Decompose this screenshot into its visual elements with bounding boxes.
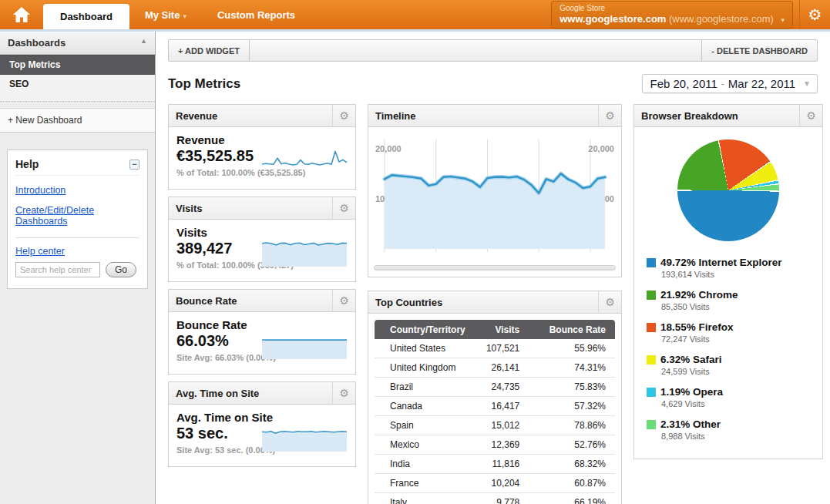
nav-my-site[interactable]: My Site▾ (129, 9, 202, 21)
chevron-down-icon: ▼ (803, 79, 811, 88)
collapse-arrow-icon[interactable]: ▲ (140, 37, 147, 49)
help-center-link[interactable]: Help center (15, 246, 139, 257)
widget-avg-time: Avg. Time on Site ⚙ Avg. Time on Site 53… (168, 381, 356, 467)
tab-dashboard[interactable]: Dashboard (43, 4, 129, 29)
widget-bounce-rate-header[interactable]: Bounce Rate ⚙ (169, 290, 355, 312)
widget-gear-button[interactable]: ⚙ (332, 197, 355, 220)
country-cell: Spain (375, 416, 479, 435)
visits-cell: 10,204 (479, 474, 539, 493)
legend-item: 1.19% Opera 4,629 Visits (640, 386, 816, 408)
bounce-cell: 75.83% (539, 378, 615, 397)
gear-icon: ⚙ (605, 296, 615, 308)
widget-gear-button[interactable]: ⚙ (332, 290, 355, 312)
sidebar-item-seo[interactable]: SEO (0, 75, 155, 93)
table-row[interactable]: Mexico 12,369 52.76% (375, 435, 615, 455)
country-cell: France (375, 474, 479, 493)
bounce-cell: 66.19% (539, 493, 615, 504)
sidebar-item-top-metrics[interactable]: Top Metrics (0, 55, 155, 75)
table-row[interactable]: United Kingdom 26,141 74.31% (375, 358, 615, 378)
gear-icon: ⚙ (339, 387, 349, 399)
bounce-cell: 57.32% (539, 397, 615, 416)
date-range-selector[interactable]: Feb 20, 2011 - Mar 22, 2011 ▼ (642, 74, 818, 93)
widget-gear-button[interactable]: ⚙ (799, 105, 822, 127)
bounce-sparkline (261, 332, 348, 360)
legend-color-swatch (647, 388, 656, 397)
metric-title: Visits (176, 226, 348, 239)
revenue-sparkline (261, 147, 348, 173)
table-header-row: Country/Territory Visits Bounce Rate (375, 320, 615, 339)
widget-gear-button[interactable]: ⚙ (598, 291, 621, 314)
add-widget-button[interactable]: + ADD WIDGET (169, 40, 250, 61)
new-dashboard-button[interactable]: + New Dashboard (0, 108, 155, 133)
legend-color-swatch (647, 420, 656, 429)
gear-icon: ⚙ (808, 5, 822, 24)
account-selector[interactable]: Google Store www.googlestore.com (www.go… (551, 1, 793, 29)
main-content: + ADD WIDGET - DELETE DASHBOARD Top Metr… (156, 32, 830, 504)
column-header-visits[interactable]: Visits (479, 320, 539, 339)
table-row[interactable]: Brazil 24,735 75.83% (375, 378, 615, 397)
widget-gear-button[interactable]: ⚙ (598, 105, 621, 127)
timeline-scrollbar[interactable] (374, 265, 616, 270)
visits-sparkline (261, 240, 348, 267)
sidebar: Dashboards ▲ Top Metrics SEO + New Dashb… (0, 32, 156, 504)
date-end: Mar 22, 2011 (728, 77, 795, 90)
legend-item: 21.92% Chrome 85,350 Visits (640, 289, 816, 311)
bounce-cell: 52.76% (539, 435, 615, 455)
browser-pie-chart (677, 139, 779, 241)
legend-item: 49.72% Internet Explorer 193,614 Visits (640, 257, 816, 279)
account-name: Google Store (559, 4, 785, 14)
widget-visits-header[interactable]: Visits ⚙ (169, 197, 355, 220)
widget-avg-time-header[interactable]: Avg. Time on Site ⚙ (169, 382, 355, 405)
legend-visits: 8,988 Visits (660, 432, 816, 441)
delete-dashboard-button[interactable]: - DELETE DASHBOARD (701, 40, 817, 61)
nav-custom-reports[interactable]: Custom Reports (202, 9, 311, 21)
sidebar-dashboards-header[interactable]: Dashboards ▲ (0, 32, 155, 55)
page-title: Top Metrics (168, 76, 240, 92)
table-row[interactable]: Italy 9,778 66.19% (375, 493, 615, 504)
home-tab[interactable] (0, 0, 43, 29)
svg-text:20,000: 20,000 (375, 144, 402, 153)
topbar-right: Google Store www.googlestore.com (www.go… (551, 0, 830, 29)
country-cell: United Kingdom (375, 358, 479, 378)
bounce-cell: 74.31% (539, 358, 615, 378)
table-row[interactable]: India 11,816 68.32% (375, 455, 615, 474)
legend-label: 49.72% Internet Explorer (660, 257, 816, 268)
visits-cell: 11,816 (479, 455, 539, 474)
widget-bounce-rate: Bounce Rate ⚙ Bounce Rate 66.03% Site Av… (168, 289, 356, 375)
widget-gear-button[interactable]: ⚙ (332, 105, 355, 127)
widget-visits: Visits ⚙ Visits 389,427 % of Total: 100.… (168, 197, 356, 282)
widget-revenue-header[interactable]: Revenue ⚙ (169, 105, 355, 127)
home-icon (12, 6, 31, 23)
visits-cell: 12,369 (479, 435, 539, 455)
collapse-minus-icon[interactable]: − (129, 160, 139, 170)
help-search-input[interactable] (15, 262, 100, 277)
gear-icon: ⚙ (339, 109, 349, 122)
svg-text:20,000: 20,000 (588, 144, 614, 153)
legend-label: 21.92% Chrome (660, 289, 816, 301)
legend-visits: 72,247 Visits (660, 334, 816, 344)
table-row[interactable]: France 10,204 60.87% (375, 474, 615, 493)
avg-time-sparkline (261, 425, 348, 452)
legend-item: 18.55% Firefox 72,247 Visits (640, 321, 816, 344)
go-button[interactable]: Go (106, 262, 136, 277)
help-link-introduction[interactable]: Introduction (15, 185, 139, 196)
gear-icon: ⚙ (339, 202, 349, 214)
widget-browser-breakdown-header[interactable]: Browser Breakdown ⚙ (634, 105, 822, 127)
legend-label: 18.55% Firefox (660, 321, 816, 333)
widget-gear-button[interactable]: ⚙ (332, 382, 355, 405)
widget-top-countries-header[interactable]: Top Countries ⚙ (368, 291, 621, 314)
metric-title: Revenue (176, 133, 348, 146)
table-row[interactable]: Canada 16,417 57.32% (375, 397, 615, 416)
table-row[interactable]: Spain 15,012 78.86% (375, 416, 615, 435)
legend-label: 6.32% Safari (660, 354, 816, 365)
help-link-create-edit-delete[interactable]: Create/Edit/Delete Dashboards (15, 205, 139, 227)
widget-timeline-header[interactable]: Timeline ⚙ (368, 105, 621, 127)
help-panel: Help − Introduction Create/Edit/Delete D… (7, 150, 148, 289)
legend-visits: 24,599 Visits (660, 367, 816, 376)
column-header-country[interactable]: Country/Territory (375, 320, 479, 339)
country-cell: Canada (375, 397, 479, 416)
widget-timeline: Timeline ⚙ Feb 20Feb 27Mar 6Mar 1320,000… (368, 104, 622, 277)
settings-button[interactable]: ⚙ (799, 0, 830, 29)
table-row[interactable]: United States 107,521 55.96% (375, 339, 615, 358)
column-header-bounce[interactable]: Bounce Rate (539, 320, 615, 339)
